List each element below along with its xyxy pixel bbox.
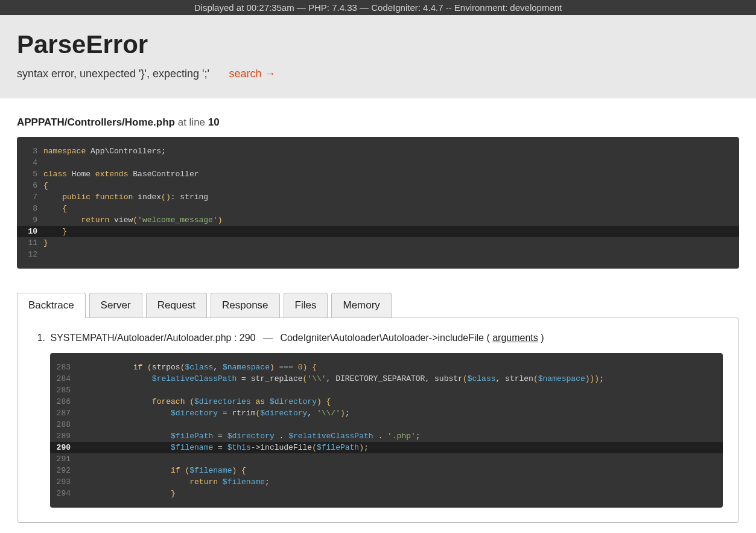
line-number: 12 [17, 249, 43, 260]
code-line: 10 } [17, 226, 739, 237]
code-line: 12 [17, 249, 739, 260]
line-number: 291 [50, 453, 77, 465]
code-content: } [77, 488, 723, 499]
tab-response[interactable]: Response [211, 293, 280, 318]
code-content: if (strpos($class, $namespace) === 0) { [77, 362, 723, 373]
code-content: namespace App\Controllers; [43, 145, 739, 157]
code-content [77, 419, 723, 430]
code-content [77, 453, 723, 465]
code-line: 290 $filename = $this->includeFile($file… [50, 442, 723, 453]
source-line-number: 10 [208, 116, 220, 128]
code-content: $filePath = $directory . $relativeClassP… [77, 430, 723, 442]
code-content: } [43, 226, 739, 237]
tab-server[interactable]: Server [89, 293, 142, 318]
line-number: 288 [50, 419, 77, 430]
code-content [43, 157, 739, 168]
main-content: APPPATH/Controllers/Home.php at line 10 … [0, 98, 756, 533]
code-content: public function index(): string [43, 191, 739, 203]
code-content [77, 385, 723, 396]
code-content: $filename = $this->includeFile($filePath… [77, 442, 723, 453]
tab-bar: BacktraceServerRequestResponseFilesMemor… [17, 293, 739, 318]
code-content: } [43, 237, 739, 249]
code-line: 9 return view('welcome_message') [17, 214, 739, 226]
line-number: 7 [17, 191, 43, 203]
code-line: 291 [50, 453, 723, 465]
line-number: 287 [50, 407, 77, 419]
trace-close-paren: ) [541, 333, 544, 343]
line-number: 283 [50, 362, 77, 373]
code-line: 288 [50, 419, 723, 430]
trace-file: SYSTEMPATH/Autoloader/Autoloader.php : 2… [50, 333, 255, 343]
line-number: 289 [50, 430, 77, 442]
tab-files[interactable]: Files [284, 293, 328, 318]
code-content: { [43, 203, 739, 214]
line-number: 286 [50, 396, 77, 407]
line-number: 10 [17, 226, 43, 237]
tab-content-backtrace: 1. SYSTEMPATH/Autoloader/Autoloader.php … [17, 318, 739, 523]
code-line: 6{ [17, 180, 739, 191]
code-content: if ($filename) { [77, 465, 723, 476]
code-line: 4 [17, 157, 739, 168]
line-number: 285 [50, 385, 77, 396]
code-content: foreach ($directories as $directory) { [77, 396, 723, 407]
line-number: 3 [17, 145, 43, 157]
line-number: 5 [17, 168, 43, 180]
code-line: 7 public function index(): string [17, 191, 739, 203]
code-line: 8 { [17, 203, 739, 214]
code-line: 284 $relativeClassPath = str_replace('\\… [50, 373, 723, 385]
source-path: APPPATH/Controllers/Home.php [17, 116, 175, 128]
code-line: 3namespace App\Controllers; [17, 145, 739, 157]
code-line: 289 $filePath = $directory . $relativeCl… [50, 430, 723, 442]
line-number: 6 [17, 180, 43, 191]
code-content: class Home extends BaseController [43, 168, 739, 180]
trace-arguments-link[interactable]: arguments [492, 333, 538, 343]
line-number: 293 [50, 476, 77, 488]
code-line: 293 return $filename; [50, 476, 723, 488]
code-line: 283 if (strpos($class, $namespace) === 0… [50, 362, 723, 373]
trace-code-block: 283 if (strpos($class, $namespace) === 0… [50, 353, 723, 508]
trace-index: 1. [33, 333, 45, 343]
at-line-label: at line [178, 116, 208, 128]
code-content: $relativeClassPath = str_replace('\\', D… [77, 373, 723, 385]
code-line: 294 } [50, 488, 723, 499]
line-number: 284 [50, 373, 77, 385]
trace-code-container: 283 if (strpos($class, $namespace) === 0… [50, 353, 723, 508]
tab-backtrace[interactable]: Backtrace [17, 293, 86, 318]
line-number: 294 [50, 488, 77, 499]
error-title: ParseError [17, 30, 739, 59]
code-content: { [43, 180, 739, 191]
code-line: 285 [50, 385, 723, 396]
source-code-block: 3namespace App\Controllers;45class Home … [17, 137, 739, 269]
source-location: APPPATH/Controllers/Home.php at line 10 [17, 116, 739, 129]
backtrace-item: 1. SYSTEMPATH/Autoloader/Autoloader.php … [33, 333, 723, 343]
code-content: $directory = rtrim($directory, '\\/'); [77, 407, 723, 419]
error-header: ParseError syntax error, unexpected '}',… [0, 15, 756, 98]
code-line: 11} [17, 237, 739, 249]
tab-request[interactable]: Request [146, 293, 207, 318]
line-number: 11 [17, 237, 43, 249]
search-link-label: search → [229, 68, 275, 80]
environment-topbar: Displayed at 00:27:35am — PHP: 7.4.33 — … [0, 0, 756, 15]
line-number: 9 [17, 214, 43, 226]
code-line: 5class Home extends BaseController [17, 168, 739, 180]
code-line: 292 if ($filename) { [50, 465, 723, 476]
line-number: 8 [17, 203, 43, 214]
code-content [43, 249, 739, 260]
trace-separator: — [263, 333, 273, 343]
trace-call: CodeIgniter\Autoloader\Autoloader->inclu… [280, 333, 489, 343]
code-content: return $filename; [77, 476, 723, 488]
line-number: 292 [50, 465, 77, 476]
error-message: syntax error, unexpected '}', expecting … [17, 68, 209, 80]
search-link[interactable]: search → [229, 68, 275, 80]
code-content: return view('welcome_message') [43, 214, 739, 226]
line-number: 4 [17, 157, 43, 168]
code-line: 286 foreach ($directories as $directory)… [50, 396, 723, 407]
tab-memory[interactable]: Memory [331, 293, 391, 318]
line-number: 290 [50, 442, 77, 453]
code-line: 287 $directory = rtrim($directory, '\\/'… [50, 407, 723, 419]
